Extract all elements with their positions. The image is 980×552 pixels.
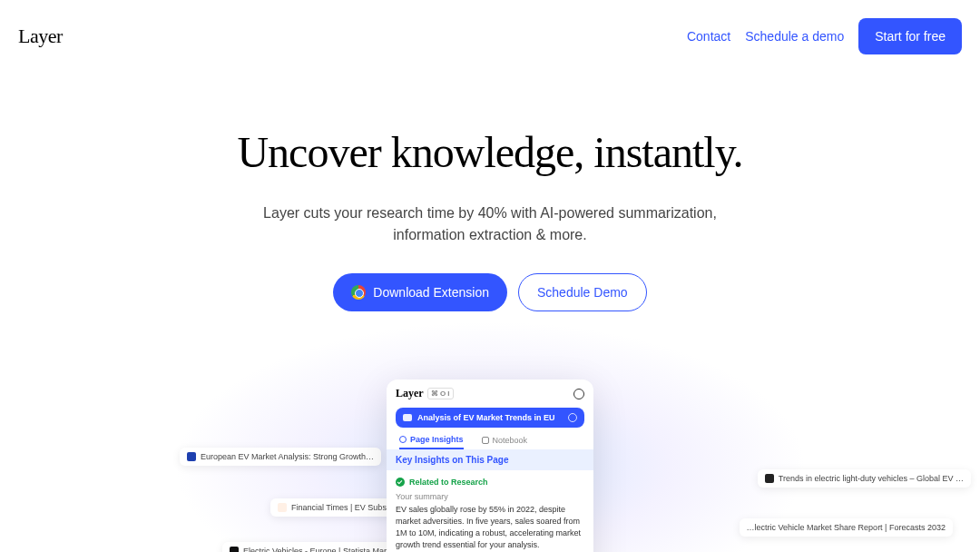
source-chip: European EV Market Analysis: Strong Grow… — [180, 448, 381, 466]
panel-content: Related to Research Your summary EV sale… — [387, 470, 593, 552]
user-icon[interactable] — [573, 389, 584, 399]
insights-icon — [399, 436, 407, 443]
logo[interactable]: Layer — [18, 25, 63, 48]
contact-link[interactable]: Contact — [687, 29, 730, 44]
hero-title: Uncover knowledge, instantly. — [0, 127, 980, 177]
notebook-icon — [482, 437, 489, 444]
panel-logo: Layer ⌘ O I — [396, 387, 454, 400]
hero-subtitle: Layer cuts your research time by 40% wit… — [263, 202, 717, 246]
favicon-icon — [187, 452, 196, 461]
search-text: Analysis of EV Market Trends in EU — [417, 413, 555, 422]
schedule-demo-link[interactable]: Schedule a demo — [745, 29, 844, 44]
chip-label: European EV Market Analysis: Strong Grow… — [201, 452, 374, 461]
key-insights-heading: Key Insights on This Page — [387, 449, 593, 470]
header: Layer Contact Schedule a demo Start for … — [0, 0, 980, 73]
chip-label: …lectric Vehicle Market Share Report | F… — [747, 523, 946, 532]
schedule-demo-button[interactable]: Schedule Demo — [518, 273, 647, 311]
extension-panel: Layer ⌘ O I Analysis of EV Market Trends… — [387, 380, 593, 552]
start-free-button[interactable]: Start for free — [858, 18, 962, 54]
binoculars-icon — [403, 414, 412, 421]
shortcut-badge: ⌘ O I — [427, 388, 454, 399]
tab-notebook[interactable]: Notebook — [482, 435, 528, 449]
check-icon — [396, 478, 405, 487]
related-badge: Related to Research — [396, 478, 584, 487]
download-label: Download Extension — [373, 285, 489, 300]
favicon-icon — [765, 474, 774, 483]
favicon-icon — [230, 547, 239, 552]
tabs: Page Insights Notebook — [387, 435, 593, 449]
refresh-icon[interactable] — [568, 413, 577, 422]
hero-section: Uncover knowledge, instantly. Layer cuts… — [0, 127, 980, 311]
search-bar[interactable]: Analysis of EV Market Trends in EU — [396, 408, 584, 428]
favicon-icon — [278, 503, 287, 512]
tab-page-insights[interactable]: Page Insights — [399, 435, 464, 449]
chip-label: Trends in electric light-duty vehicles –… — [779, 474, 964, 483]
panel-header: Layer ⌘ O I — [387, 380, 593, 408]
tab-label: Page Insights — [410, 435, 464, 444]
source-chip: Trends in electric light-duty vehicles –… — [758, 469, 971, 488]
chrome-icon — [351, 285, 366, 300]
download-extension-button[interactable]: Download Extension — [333, 273, 507, 311]
related-label: Related to Research — [409, 478, 488, 487]
summary-text: EV sales globally rose by 55% in 2022, d… — [396, 504, 584, 551]
source-chip: …lectric Vehicle Market Share Report | F… — [740, 518, 953, 537]
showcase: European EV Market Analysis: Strong Grow… — [172, 320, 808, 552]
panel-logo-text: Layer — [396, 387, 424, 400]
tab-label: Notebook — [493, 436, 528, 445]
hero-buttons: Download Extension Schedule Demo — [0, 273, 980, 311]
summary-label: Your summary — [396, 492, 584, 501]
nav: Contact Schedule a demo Start for free — [687, 18, 962, 54]
